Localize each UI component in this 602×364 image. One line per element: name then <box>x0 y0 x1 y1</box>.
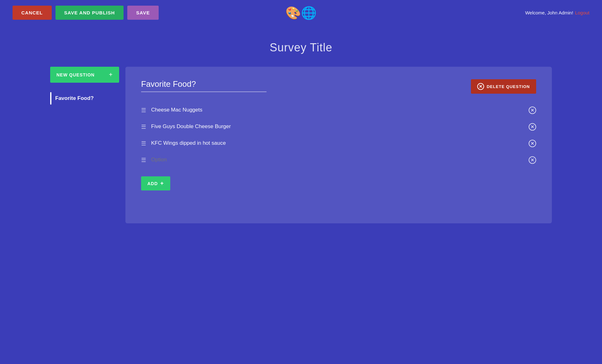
survey-title: Survey Title <box>0 41 602 54</box>
drag-icon[interactable]: ☰ <box>141 107 146 113</box>
option-row: ☰ ✕ <box>141 136 536 150</box>
header: CANCEL SAVE AND PUBLISH SAVE 🎨🌐 Welcome,… <box>0 0 602 25</box>
delete-icon-circle: ✕ <box>477 83 484 90</box>
cancel-button[interactable]: CANCEL <box>13 6 52 20</box>
option-row: ☰ ✕ <box>141 103 536 117</box>
add-plus-icon: + <box>160 180 164 187</box>
header-left: CANCEL SAVE AND PUBLISH SAVE <box>13 6 159 20</box>
remove-option-button[interactable]: ✕ <box>529 123 536 131</box>
add-option-button[interactable]: ADD + <box>141 176 170 190</box>
new-question-label: NEW QUESTION <box>56 72 95 77</box>
sidebar-question-label: Favorite Food? <box>55 95 94 101</box>
question-title-input[interactable] <box>141 79 267 92</box>
new-question-plus-icon: + <box>109 71 113 78</box>
logo: 🎨🌐 <box>285 7 317 19</box>
drag-icon[interactable]: ☰ <box>141 124 146 130</box>
option-input[interactable] <box>151 122 524 131</box>
remove-option-button[interactable]: ✕ <box>529 107 536 114</box>
main-content: NEW QUESTION + Favorite Food? ✕ DELETE Q… <box>0 67 602 223</box>
welcome-text: Welcome, John Admin! <box>525 10 573 15</box>
remove-option-button[interactable]: ✕ <box>529 140 536 147</box>
drag-icon[interactable]: ☰ <box>141 141 146 146</box>
delete-x-icon: ✕ <box>479 84 483 89</box>
delete-question-label: DELETE QUESTION <box>487 84 530 89</box>
new-question-button[interactable]: NEW QUESTION + <box>50 67 119 83</box>
logout-link[interactable]: Logout <box>575 10 589 15</box>
drag-icon[interactable]: ☰ <box>141 157 146 163</box>
save-button[interactable]: SAVE <box>127 6 159 20</box>
remove-option-button[interactable]: ✕ <box>529 156 536 164</box>
add-label: ADD <box>147 181 158 186</box>
save-publish-button[interactable]: SAVE AND PUBLISH <box>55 6 124 20</box>
sidebar-question-bar <box>50 92 51 105</box>
sidebar-item[interactable]: Favorite Food? <box>50 89 119 108</box>
option-row: ☰ ✕ <box>141 153 536 167</box>
header-right: Welcome, John Admin! Logout <box>525 10 589 15</box>
option-row: ☰ ✕ <box>141 120 536 134</box>
option-input[interactable] <box>151 106 524 115</box>
question-card: ✕ DELETE QUESTION ☰ ✕ ☰ ✕ ☰ <box>125 67 552 223</box>
delete-question-button[interactable]: ✕ DELETE QUESTION <box>471 79 536 94</box>
question-card-header: ✕ DELETE QUESTION <box>141 79 536 94</box>
survey-title-section: Survey Title <box>0 25 602 67</box>
option-input[interactable] <box>151 155 524 164</box>
options-list: ☰ ✕ ☰ ✕ ☰ ✕ ☰ ✕ <box>141 103 536 167</box>
option-input[interactable] <box>151 139 524 148</box>
sidebar: NEW QUESTION + Favorite Food? <box>50 67 119 108</box>
